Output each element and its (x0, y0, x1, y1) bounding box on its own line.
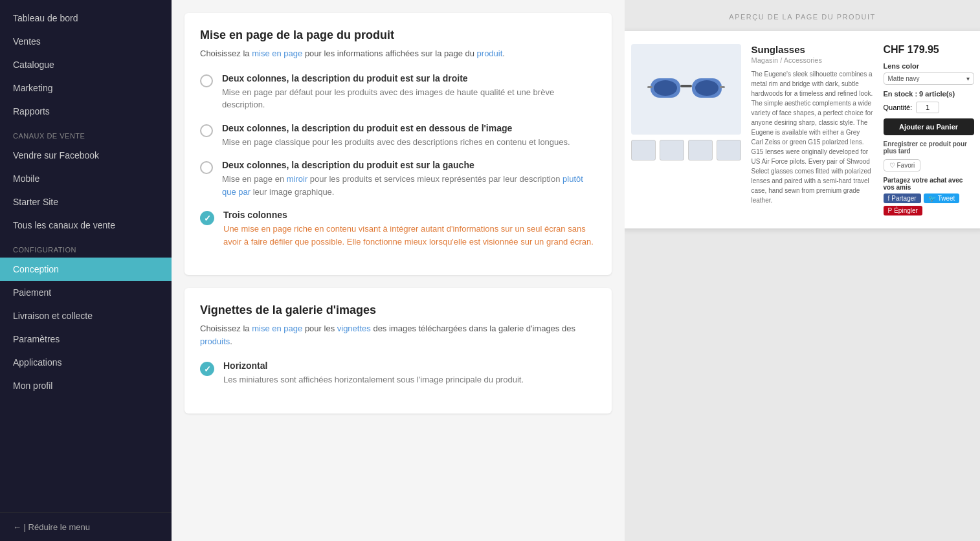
fav-button[interactable]: ♡ Favori (884, 159, 921, 171)
layout-check-4[interactable] (200, 211, 214, 225)
gallery-card-title: Vignettes de la galerie d'images (200, 304, 596, 317)
share-tw-label: Tweet (938, 195, 955, 202)
layout-option-4-title: Trois colonnes (223, 210, 596, 220)
quantity-row: Quantité: (884, 102, 974, 113)
layout-option-3[interactable]: Deux colonnes, la description du produit… (200, 160, 596, 198)
layout-option-1[interactable]: Deux colonnes, la description du produit… (200, 73, 596, 111)
product-thumbnails (631, 140, 741, 160)
product-price: CHF 179.95 (884, 44, 974, 56)
layout-option-1-desc: Mise en page par défaut pour les produit… (222, 86, 596, 111)
svg-point-6 (695, 80, 718, 96)
layout-option-3-desc: Mise en page en miroir pour les produits… (222, 173, 596, 198)
sidebar-collapse-button[interactable]: ← | Réduire le menu (0, 513, 172, 541)
thumb-4[interactable] (717, 140, 741, 160)
sidebar-item-marketing[interactable]: Marketing (0, 76, 172, 100)
thumb-1[interactable] (631, 140, 656, 160)
gallery-option-1[interactable]: Horizontal Les miniatures sont affichées… (200, 360, 596, 386)
product-layout: Sunglasses Magasin / Accessories The Eug… (631, 44, 974, 215)
sidebar-item-tableau[interactable]: Tableau de bord (0, 6, 172, 30)
sidebar-item-paiement[interactable]: Paiement (0, 281, 172, 304)
lens-color-chevron: ▾ (966, 75, 970, 82)
share-twitter-button[interactable]: 🐦 Tweet (924, 193, 960, 203)
sidebar-item-livraison[interactable]: Livraison et collecte (0, 304, 172, 327)
sidebar-section-canaux: Canaux de vente (0, 123, 172, 144)
gallery-card: Vignettes de la galerie d'images Choisis… (184, 288, 612, 414)
add-to-cart-button[interactable]: Ajouter au Panier (884, 118, 974, 135)
main-content: Mise en page de la page du produit Chois… (172, 0, 980, 541)
layout-card: Mise en page de la page du produit Chois… (184, 13, 612, 275)
svg-rect-3 (647, 86, 652, 88)
sidebar-item-facebook[interactable]: Vendre sur Facebook (0, 144, 172, 167)
thumb-3[interactable] (688, 140, 713, 160)
gallery-option-1-desc: Les miniatures sont affichées horizontal… (223, 373, 524, 386)
layout-radio-3[interactable] (200, 161, 213, 174)
preview-label: APERÇU DE LA PAGE DU PRODUIT (729, 13, 875, 21)
share-fb-label: Partager (891, 195, 916, 202)
sidebar-item-starter[interactable]: Starter Site (0, 190, 172, 214)
product-price-col: CHF 179.95 Lens color Matte navy ▾ En st… (884, 44, 974, 215)
stock-info: En stock : 9 article(s) (884, 90, 974, 98)
share-facebook-button[interactable]: f Partager (884, 193, 921, 203)
lens-color-value: Matte navy (888, 75, 920, 82)
product-name: Sunglasses (752, 44, 873, 55)
layout-option-2-title: Deux colonnes, la description du produit… (222, 123, 570, 133)
twitter-icon: 🐦 (928, 195, 936, 202)
product-breadcrumb: Magasin / Accessories (752, 56, 873, 64)
pinterest-icon: P (888, 207, 893, 214)
layout-option-4-desc: Une mise en page riche en contenu visant… (223, 223, 596, 248)
layout-radio-2[interactable] (200, 124, 213, 137)
sidebar-item-applications[interactable]: Applications (0, 351, 172, 374)
product-main-image (631, 44, 741, 135)
sidebar-item-conception[interactable]: Conception (0, 258, 172, 281)
sidebar: Tableau de bord Ventes Catalogue Marketi… (0, 0, 172, 541)
product-images (631, 44, 741, 215)
sidebar-item-tous-canaux[interactable]: Tous les canaux de vente (0, 214, 172, 237)
lens-color-label: Lens color (884, 62, 974, 70)
layout-option-1-title: Deux colonnes, la description du produit… (222, 73, 596, 83)
layout-option-2[interactable]: Deux colonnes, la description du produit… (200, 123, 596, 149)
gallery-option-1-title: Horizontal (223, 360, 524, 371)
layout-radio-1[interactable] (200, 74, 213, 87)
share-pin-label: Épingler (894, 207, 918, 214)
share-section: Partagez votre achat avec vos amis f Par… (884, 177, 974, 215)
thumb-2[interactable] (660, 140, 684, 160)
quantity-input[interactable] (916, 102, 939, 113)
share-buttons: f Partager 🐦 Tweet P Épingler (884, 193, 974, 215)
svg-point-5 (654, 80, 677, 96)
facebook-icon: f (888, 195, 890, 202)
sidebar-item-rapports[interactable]: Rapports (0, 100, 172, 123)
lens-color-select[interactable]: Matte navy ▾ (884, 72, 974, 85)
fav-label: Favori (897, 162, 915, 169)
sidebar-item-parametres[interactable]: Paramètres (0, 327, 172, 351)
share-title: Partagez votre achat avec vos amis (884, 177, 974, 191)
svg-rect-2 (680, 85, 692, 87)
sidebar-item-catalogue[interactable]: Catalogue (0, 53, 172, 76)
share-pinterest-button[interactable]: P Épingler (884, 206, 922, 215)
preview-panel: APERÇU DE LA PAGE DU PRODUIT (625, 0, 980, 541)
sidebar-section-config: Configuration (0, 237, 172, 258)
gallery-card-subtitle: Choisissez la mise en page pour les vign… (200, 322, 596, 348)
sidebar-item-mobile[interactable]: Mobile (0, 167, 172, 190)
preview-card: Sunglasses Magasin / Accessories The Eug… (625, 31, 980, 228)
sidebar-item-ventes[interactable]: Ventes (0, 30, 172, 53)
quantity-label: Quantité: (884, 104, 913, 111)
product-info: Sunglasses Magasin / Accessories The Eug… (752, 44, 873, 215)
layout-option-2-desc: Mise en page classique pour les produits… (222, 136, 570, 149)
layout-card-title: Mise en page de la page du produit (200, 28, 596, 42)
heart-icon: ♡ (889, 162, 895, 169)
settings-panel: Mise en page de la page du produit Chois… (172, 0, 625, 541)
gallery-check-1[interactable] (200, 362, 214, 376)
layout-option-4[interactable]: Trois colonnes Une mise en page riche en… (200, 210, 596, 248)
sidebar-item-mon-profil[interactable]: Mon profil (0, 374, 172, 397)
svg-rect-4 (720, 86, 725, 88)
layout-card-subtitle: Choisissez la mise en page pour les info… (200, 47, 596, 60)
save-later-text: Enregistrer ce produit pour plus tard (884, 140, 974, 155)
layout-option-3-title: Deux colonnes, la description du produit… (222, 160, 596, 170)
product-description: The Eugene's sleek silhouette combines a… (752, 69, 873, 205)
